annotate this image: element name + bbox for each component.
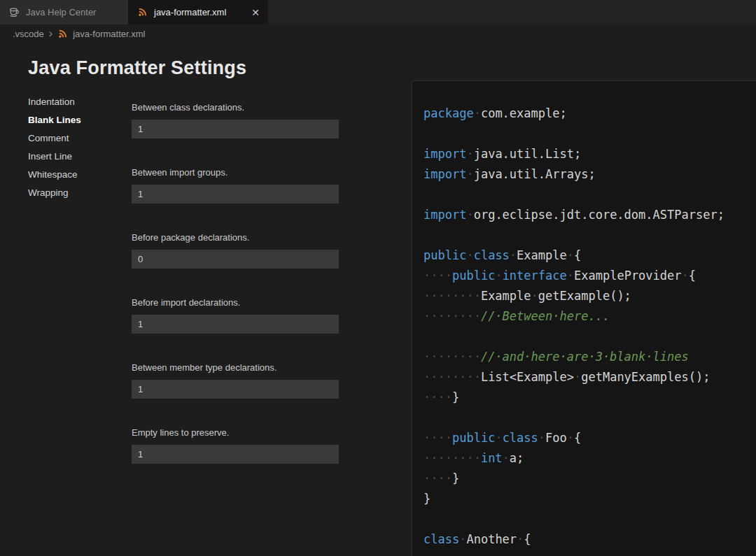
whitespace-dots: · [474,106,481,120]
code-line: ········//·Between·here... [424,306,756,327]
code-keyword: import [424,208,466,222]
sidebar-item-blank-lines[interactable]: Blank Lines [28,111,81,129]
code-line [424,327,756,347]
code-line: package·com.example; [424,104,756,124]
sidebar-item-comment[interactable]: Comment [28,129,81,148]
code-keyword: class [424,532,459,546]
whitespace-dots: · [682,269,689,283]
whitespace-dots: · [459,532,466,546]
code-line [424,185,756,205]
field-label: Between class declarations. [132,102,339,115]
code-keyword: public [452,431,495,445]
code-line: ····} [424,469,756,489]
whitespace-dots: ········ [424,289,481,303]
whitespace-dots: · [495,431,502,445]
settings-form: Between class declarations.Between impor… [132,102,339,492]
field-label: Before package declarations. [132,232,339,245]
whitespace-dots: ········ [424,370,481,384]
code-line: import·java.util.List; [424,144,756,164]
code-line [424,509,756,529]
tab-label: Java Help Center [26,7,96,17]
field-label: Before import declarations. [132,297,339,310]
code-line [424,124,756,144]
whitespace-dots: · [466,147,473,161]
code-line [424,225,756,245]
tab-java-formatter-xml[interactable]: java-formatter.xml ✕ [128,0,268,24]
whitespace-dots: · [510,248,517,262]
code-keyword: public [452,269,495,283]
input-between-member-type-declarations[interactable] [132,380,339,399]
xml-file-icon [136,6,148,18]
input-between-import-groups[interactable] [132,185,339,204]
whitespace-dots: ········ [424,350,481,364]
whitespace-dots: · [574,370,581,384]
code-keyword: package [424,106,474,120]
code-keyword: import [424,167,466,181]
sidebar-item-insert-line[interactable]: Insert Line [28,148,81,166]
code-comment: //·and·here·are·3·blank·lines [481,350,689,364]
code-text: { [524,532,531,546]
code-text: getManyExamples(); [581,370,710,384]
whitespace-dots: ···· [424,269,452,283]
whitespace-dots: · [538,431,545,445]
code-text: com.example; [481,106,567,120]
whitespace-dots: · [495,269,502,283]
xml-file-icon [57,29,68,39]
code-line: import·java.util.Arrays; [424,164,756,185]
field-group-between-import-groups: Between import groups. [132,167,339,204]
code-line: ····public·interface·ExampleProvider·{ [424,266,756,286]
tab-java-help-center[interactable]: Java Help Center [0,0,128,24]
code-line: ········Example·getExample(); [424,286,756,306]
breadcrumb: .vscode › java-formatter.xml [0,24,756,43]
code-text: } [424,492,430,506]
field-label: Between member type declarations. [132,362,339,375]
field-group-between-member-type-declarations: Between member type declarations. [132,362,339,399]
close-icon[interactable]: ✕ [251,8,260,17]
code-keyword: class [503,431,538,445]
code-text: } [452,390,459,404]
code-line: } [424,489,756,509]
field-label: Empty lines to preserve. [132,427,339,440]
code-comment: //·Between·here... [481,309,610,323]
tab-bar: Java Help Center java-formatter.xml ✕ [0,0,756,24]
chevron-right-icon: › [49,28,52,39]
code-text: Example [481,289,531,303]
field-group-empty-lines-to-preserve: Empty lines to preserve. [132,427,339,464]
code-text: java.util.List; [474,147,582,161]
code-line [424,408,756,428]
code-line: ········//·and·here·are·3·blank·lines [424,347,756,367]
sidebar-item-indentation[interactable]: Indentation [28,93,81,111]
field-group-between-class-declarations: Between class declarations. [132,102,339,138]
whitespace-dots: · [503,451,510,465]
code-text: { [689,269,696,283]
input-empty-lines-to-preserve[interactable] [132,445,339,464]
whitespace-dots: · [466,248,473,262]
code-preview-panel: package·com.example; import·java.util.Li… [412,80,756,556]
settings-nav: IndentationBlank LinesCommentInsert Line… [28,93,81,202]
input-before-package-declarations[interactable] [132,250,339,269]
code-keyword: interface [503,269,567,283]
field-group-before-import-declarations: Before import declarations. [132,297,339,334]
whitespace-dots: · [466,167,473,181]
breadcrumb-file[interactable]: java-formatter.xml [73,29,145,39]
code-line: ····public·class·Foo·{ [424,428,756,448]
input-between-class-declarations[interactable] [132,120,339,138]
code-text: } [452,471,459,485]
code-text: Example [517,248,567,262]
sidebar-item-whitespace[interactable]: Whitespace [28,166,81,184]
code-text: org.eclipse.jdt.core.dom.ASTParser; [474,208,724,222]
page-title: Java Formatter Settings [28,57,246,79]
whitespace-dots: ···· [424,431,452,445]
whitespace-dots: ···· [424,471,452,485]
field-group-before-package-declarations: Before package declarations. [132,232,339,269]
code-text: { [574,431,581,445]
input-before-import-declarations[interactable] [132,315,339,334]
code-line: ········int·a; [424,448,756,469]
code-text: List<Example> [481,370,574,384]
code-text: { [574,248,581,262]
sidebar-item-wrapping[interactable]: Wrapping [28,184,81,202]
whitespace-dots: · [567,248,574,262]
code-keyword: public [424,248,466,262]
code-text: ExampleProvider [574,269,682,283]
breadcrumb-folder[interactable]: .vscode [13,29,44,39]
